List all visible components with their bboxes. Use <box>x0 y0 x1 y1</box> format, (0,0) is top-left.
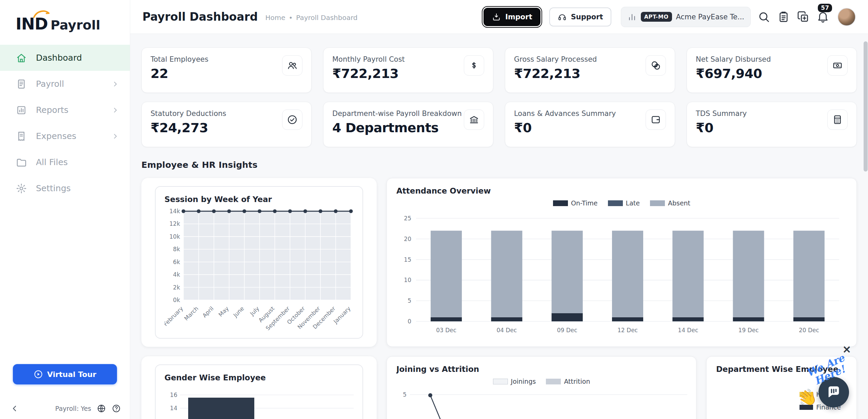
legend-swatch <box>650 200 665 206</box>
legend-label: On-Time <box>571 199 598 207</box>
breadcrumb-separator: • <box>289 14 293 22</box>
play-icon <box>34 370 43 379</box>
joining-chart-title: Joining vs Attrition <box>396 365 687 374</box>
legend-swatch <box>553 200 568 206</box>
svg-text:20: 20 <box>404 236 411 242</box>
svg-text:10: 10 <box>404 277 411 283</box>
logo-swoosh-icon <box>33 9 50 19</box>
import-button[interactable]: Import <box>484 8 540 26</box>
session-chart-panel: Session by Week of Year 14k12k10k8k6k4k2… <box>155 186 363 339</box>
stats-grid: Total Employees22Monthly Payroll Cost₹72… <box>141 47 857 147</box>
copy-add-button[interactable] <box>797 11 810 23</box>
stat-card-gross-salary-processed: Gross Salary Processed₹722,213 <box>505 47 675 93</box>
legend-label: Late <box>626 199 640 207</box>
check-icon <box>282 109 302 130</box>
svg-text:25: 25 <box>404 215 411 222</box>
svg-text:July: July <box>249 305 260 317</box>
stat-card-loans-advances-summary: Loans & Advances Summary₹0 <box>505 102 675 147</box>
sidebar-item-all-files[interactable]: All Files <box>0 149 130 175</box>
charts-row-1: Session by Week of Year 14k12k10k8k6k4k2… <box>141 178 857 347</box>
support-label: Support <box>571 13 603 21</box>
notifications-button[interactable]: 57 <box>816 11 829 23</box>
sidebar-item-label: Reports <box>36 105 68 115</box>
close-chat-prompt-button[interactable]: × <box>842 344 851 355</box>
sidebar-nav: DashboardPayrollReportsExpensesAll Files… <box>0 45 130 201</box>
company-code-badge: APT-MO <box>641 12 672 22</box>
stat-label: Loans & Advances Summary <box>514 109 616 118</box>
page-title: Payroll Dashboard <box>142 10 258 23</box>
help-icon[interactable] <box>112 404 121 413</box>
legend-swatch <box>493 379 508 384</box>
attendance-chart-svg: 051015202503 Dec04 Dec09 Dec12 Dec14 Dec… <box>396 212 844 336</box>
attendance-legend: On-TimeLateAbsent <box>396 199 847 207</box>
search-button[interactable] <box>757 11 770 23</box>
stat-value: ₹24,273 <box>151 120 226 135</box>
gender-chart-svg: 16141210 <box>164 385 354 419</box>
support-button[interactable]: Support <box>549 7 611 26</box>
stat-label: TDS Summary <box>696 109 747 118</box>
chevron-right-icon <box>111 132 120 141</box>
sidebar-item-label: Payroll <box>36 79 64 89</box>
legend-swatch <box>608 200 623 206</box>
scrollbar-thumb[interactable] <box>864 41 868 172</box>
sidebar: IND Payroll DashboardPayrollReportsExpen… <box>0 0 130 419</box>
svg-text:14 Dec: 14 Dec <box>678 327 698 334</box>
svg-text:0: 0 <box>408 318 411 325</box>
attendance-chart-title: Attendance Overview <box>396 186 847 195</box>
charts-row-2: Gender Wise Employee 16141210 Joining vs… <box>141 356 857 419</box>
import-icon <box>492 12 501 22</box>
sidebar-item-label: Settings <box>36 183 71 193</box>
sidebar-item-expenses[interactable]: Expenses <box>0 123 130 149</box>
joining-legend: JoiningsAttrition <box>396 378 687 385</box>
virtual-tour-button[interactable]: Virtual Tour <box>13 364 117 384</box>
sidebar-item-dashboard[interactable]: Dashboard <box>0 45 130 71</box>
stat-value: 4 Departments <box>332 120 462 135</box>
company-selector[interactable]: APT-MO Acme PayEase Te... <box>621 7 751 27</box>
gender-chart-panel: Gender Wise Employee 16141210 <box>155 364 363 419</box>
legend-item-on-time: On-Time <box>553 199 598 207</box>
legend-item-joinings: Joinings <box>493 378 536 385</box>
svg-text:14k: 14k <box>170 208 180 215</box>
sidebar-item-reports[interactable]: Reports <box>0 97 130 123</box>
svg-text:February: February <box>164 305 184 327</box>
stat-card-tds-summary: TDS Summary₹0 <box>687 102 857 147</box>
svg-text:20 Dec: 20 Dec <box>799 327 819 334</box>
joining-chart: 5 <box>396 386 687 419</box>
coins-icon <box>646 55 666 76</box>
legend-label: Attrition <box>564 378 590 385</box>
gender-chart-card: Gender Wise Employee 16141210 <box>141 356 377 419</box>
joining-chart-card: Joining vs Attrition JoiningsAttrition 5 <box>387 356 696 419</box>
svg-text:March: March <box>183 305 200 322</box>
main-column: Payroll Dashboard Home • Payroll Dashboa… <box>130 0 868 419</box>
stat-card-statutory-deductions: Statutory Deductions₹24,273 <box>141 102 312 147</box>
svg-text:5: 5 <box>403 391 407 398</box>
app-root: IND Payroll DashboardPayrollReportsExpen… <box>0 0 868 419</box>
stat-label: Statutory Deductions <box>151 109 226 118</box>
gender-chart: 16141210 <box>164 385 354 419</box>
legend-item-late: Late <box>608 199 640 207</box>
session-chart-card: Session by Week of Year 14k12k10k8k6k4k2… <box>141 178 377 347</box>
header-actions: Import Support APT-MO Acme PayEase Te...… <box>484 7 856 27</box>
import-label: Import <box>505 13 532 21</box>
sidebar-item-settings[interactable]: Settings <box>0 175 130 201</box>
sidebar-item-payroll[interactable]: Payroll <box>0 71 130 97</box>
stat-label: Total Employees <box>151 55 209 63</box>
breadcrumb-home[interactable]: Home <box>265 14 285 22</box>
stat-value: ₹697,940 <box>696 66 771 81</box>
chevron-right-icon <box>111 80 120 88</box>
legend-swatch <box>546 379 561 384</box>
legend-item-absent: Absent <box>650 199 690 207</box>
collapse-sidebar-button[interactable] <box>9 403 20 414</box>
globe-icon[interactable] <box>97 404 106 413</box>
expenses-icon <box>16 131 27 142</box>
virtual-tour-label: Virtual Tour <box>47 370 96 379</box>
user-avatar[interactable] <box>837 8 856 26</box>
bar-chart-icon <box>627 12 637 22</box>
svg-text:10k: 10k <box>170 233 180 240</box>
gear-icon <box>16 183 27 194</box>
svg-text:April: April <box>201 305 215 319</box>
clipboard-button[interactable] <box>777 11 790 23</box>
svg-text:January: January <box>332 305 352 325</box>
notification-count-badge: 57 <box>818 4 832 12</box>
svg-text:8k: 8k <box>173 246 180 253</box>
